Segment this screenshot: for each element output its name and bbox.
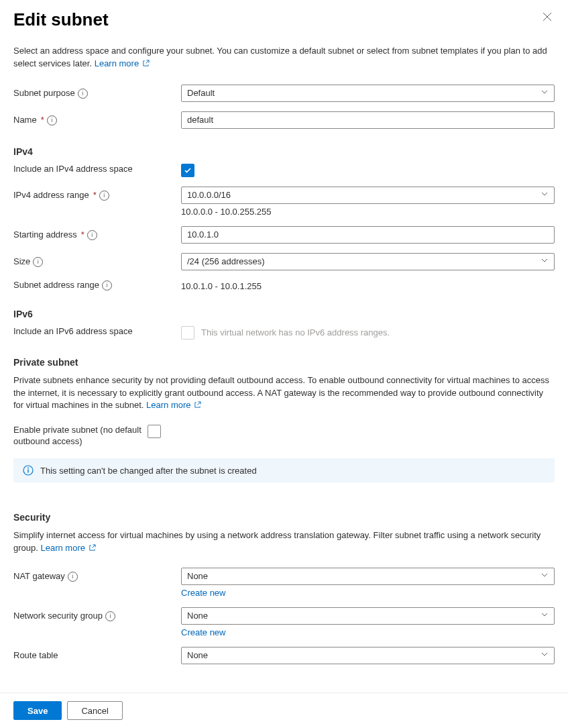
size-select[interactable]: /24 (256 addresses)	[181, 253, 555, 270]
ipv4-range-label: IPv4 address range* i	[13, 187, 181, 201]
size-label: Size i	[13, 253, 181, 268]
external-link-icon	[194, 400, 201, 413]
ipv6-disabled-text: This virtual network has no IPv6 address…	[201, 327, 390, 337]
nsg-create-new-link[interactable]: Create new	[181, 627, 225, 637]
nsg-select[interactable]: None	[181, 607, 555, 625]
private-subnet-heading: Private subnet	[13, 357, 555, 368]
include-ipv4-label: Include an IPv4 address space	[13, 164, 181, 175]
private-info-banner: This setting can't be changed after the …	[13, 458, 555, 482]
edit-subnet-panel: Edit subnet Select an address space and …	[0, 0, 568, 728]
required-indicator: *	[93, 190, 97, 201]
intro-learn-more-link[interactable]: Learn more	[95, 58, 150, 68]
security-description: Simplify internet access for virtual mac…	[13, 529, 555, 556]
field-subnet-address-range: Subnet address range i 10.0.1.0 - 10.0.1…	[13, 280, 555, 291]
page-title: Edit subnet	[13, 9, 109, 30]
starting-address-input[interactable]	[181, 226, 555, 244]
security-learn-more-link[interactable]: Learn more	[41, 543, 96, 553]
chevron-down-icon	[541, 88, 549, 98]
chevron-down-icon	[541, 650, 549, 660]
name-input[interactable]	[181, 111, 555, 129]
field-subnet-purpose: Subnet purpose i Default	[13, 85, 555, 102]
info-icon[interactable]: i	[105, 611, 115, 621]
external-link-icon	[89, 543, 96, 556]
info-icon[interactable]: i	[102, 280, 112, 291]
required-indicator: *	[41, 115, 44, 126]
private-learn-more-link[interactable]: Learn more	[146, 400, 201, 410]
chevron-down-icon	[541, 190, 549, 200]
field-include-ipv4: Include an IPv4 address space	[13, 164, 555, 177]
ipv4-range-hint: 10.0.0.0 - 10.0.255.255	[181, 207, 555, 217]
enable-private-checkbox[interactable]	[148, 425, 161, 438]
check-icon	[184, 166, 192, 174]
panel-footer: Save Cancel	[0, 692, 568, 728]
field-include-ipv6: Include an IPv6 address space This virtu…	[13, 326, 555, 340]
nat-gateway-select[interactable]: None	[181, 568, 555, 585]
route-table-select[interactable]: None	[181, 647, 555, 664]
field-size: Size i /24 (256 addresses)	[13, 253, 555, 270]
info-icon[interactable]: i	[68, 572, 78, 582]
subnet-address-range-value: 10.0.1.0 - 10.0.1.255	[181, 280, 555, 291]
include-ipv6-checkbox	[181, 326, 194, 340]
nat-gateway-label: NAT gateway i	[13, 568, 181, 582]
info-icon	[23, 465, 34, 476]
info-icon[interactable]: i	[78, 89, 88, 99]
banner-text: This setting can't be changed after the …	[40, 466, 257, 476]
external-link-icon	[142, 58, 150, 71]
chevron-down-icon	[541, 256, 549, 266]
nat-create-new-link[interactable]: Create new	[181, 588, 225, 598]
nsg-label: Network security group i	[13, 607, 181, 622]
ipv4-range-select[interactable]: 10.0.0.0/16	[181, 187, 555, 204]
info-icon[interactable]: i	[33, 257, 43, 267]
chevron-down-icon	[541, 571, 549, 581]
field-route-table: Route table None	[13, 647, 555, 664]
security-heading: Security	[13, 512, 555, 523]
save-button[interactable]: Save	[13, 701, 62, 720]
field-ipv4-range: IPv4 address range* i 10.0.0.0/16 10.0.0…	[13, 187, 555, 217]
info-icon[interactable]: i	[47, 115, 57, 125]
panel-header: Edit subnet	[13, 9, 555, 45]
include-ipv4-checkbox[interactable]	[181, 164, 194, 177]
chevron-down-icon	[541, 611, 549, 621]
close-button[interactable]	[540, 9, 555, 24]
svg-point-1	[27, 468, 29, 469]
svg-rect-2	[27, 470, 28, 473]
field-starting-address: Starting address* i	[13, 226, 555, 244]
cancel-button[interactable]: Cancel	[67, 701, 122, 720]
info-icon[interactable]: i	[87, 230, 97, 240]
route-table-label: Route table	[13, 647, 181, 662]
subnet-address-range-label: Subnet address range i	[13, 280, 181, 291]
panel-content: Edit subnet Select an address space and …	[0, 0, 568, 692]
enable-private-label: Enable private subnet (no default outbou…	[13, 425, 148, 448]
close-icon	[543, 12, 552, 21]
field-nat-gateway: NAT gateway i None Create new	[13, 568, 555, 598]
field-name: Name* i	[13, 111, 555, 129]
required-indicator: *	[81, 229, 84, 241]
subnet-purpose-select[interactable]: Default	[181, 85, 555, 102]
field-enable-private: Enable private subnet (no default outbou…	[13, 425, 555, 448]
info-icon[interactable]: i	[99, 191, 109, 201]
ipv6-heading: IPv6	[13, 309, 555, 319]
include-ipv6-label: Include an IPv6 address space	[13, 326, 181, 337]
name-label: Name* i	[13, 111, 181, 126]
intro-text: Select an address space and configure yo…	[13, 45, 555, 71]
starting-address-label: Starting address* i	[13, 226, 181, 241]
ipv4-heading: IPv4	[13, 146, 555, 157]
private-subnet-description: Private subnets enhance security by not …	[13, 374, 555, 413]
field-nsg: Network security group i None Create new	[13, 607, 555, 637]
subnet-purpose-label: Subnet purpose i	[13, 85, 181, 99]
